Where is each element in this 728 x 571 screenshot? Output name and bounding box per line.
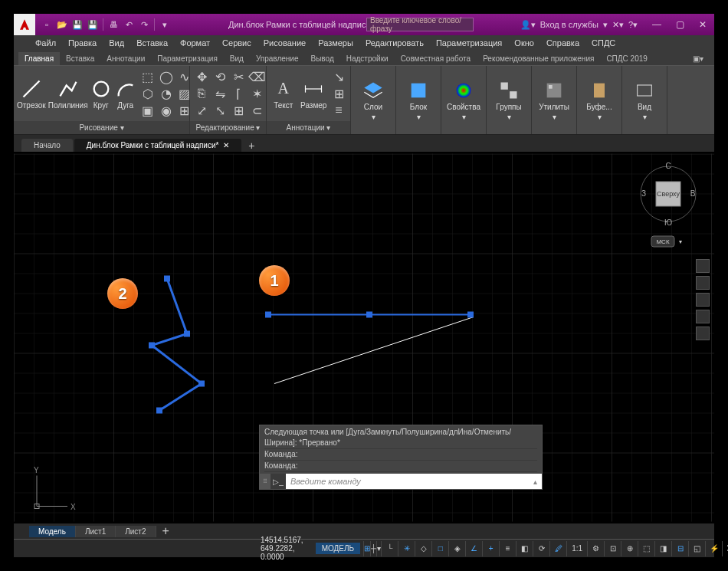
search-input[interactable]: Введите ключевое слово/фразу	[366, 18, 474, 31]
draw-small-7[interactable]: ▣	[139, 103, 156, 118]
qat-undo-icon[interactable]: ↶	[122, 18, 136, 31]
mtext-icon[interactable]: ≡	[330, 103, 347, 118]
dyn-input-icon[interactable]: +	[482, 541, 499, 556]
rotate-icon[interactable]: ⟲	[212, 69, 228, 84]
panel-draw-title[interactable]: Рисование ▾	[14, 121, 189, 134]
tab-annotate[interactable]: Аннотации	[100, 52, 151, 65]
menu-format[interactable]: Формат	[174, 37, 216, 49]
app-icon[interactable]	[14, 14, 35, 35]
layout-tab-2[interactable]: Лист2	[116, 526, 156, 537]
tab-view[interactable]: Вид	[224, 52, 250, 65]
trim-icon[interactable]: ✂	[230, 69, 247, 84]
workspace-icon[interactable]: ⊡	[604, 541, 621, 556]
qat-new-icon[interactable]: ▫	[40, 18, 54, 31]
qat-plot-icon[interactable]: 🖶	[107, 18, 120, 31]
ribbon-collapse-icon[interactable]: ▣▾	[687, 52, 710, 65]
polyline-button[interactable]: Полилиния	[49, 70, 87, 117]
isolate-icon[interactable]: ◱	[688, 541, 705, 556]
qat-save-icon[interactable]: 💾	[71, 18, 84, 31]
signin-icon[interactable]: 👤▾	[520, 20, 536, 30]
mirror-icon[interactable]: ⇋	[212, 86, 228, 101]
tab-spds[interactable]: СПДС 2019	[600, 52, 653, 65]
new-tab-button[interactable]: +	[243, 139, 260, 152]
leader-icon[interactable]: ↘	[330, 69, 347, 84]
draw-small-2[interactable]: ◯	[158, 69, 175, 84]
qat-redo-icon[interactable]: ↷	[137, 18, 151, 31]
menu-modify[interactable]: Редактировать	[359, 37, 430, 49]
help-icon[interactable]: ?▾	[628, 20, 638, 30]
block-button[interactable]: Блок▾	[399, 77, 438, 124]
nav-pan-icon[interactable]	[696, 276, 710, 290]
utils-button[interactable]: Утилиты▾	[535, 77, 573, 124]
3dosnap-icon[interactable]: ◈	[448, 541, 465, 556]
signin-link[interactable]: Вход в службы	[540, 20, 598, 29]
menu-spds[interactable]: СПДС	[585, 37, 621, 49]
tab-manage[interactable]: Управление	[250, 52, 305, 65]
transparency-icon[interactable]: ◧	[516, 541, 533, 556]
stretch-icon[interactable]: ⤢	[193, 103, 210, 118]
units-icon[interactable]: ⬚	[638, 541, 654, 556]
cycling-icon[interactable]: ⟳	[533, 541, 549, 556]
tab-param[interactable]: Параметризация	[151, 52, 224, 65]
draw-small-5[interactable]: ◔	[158, 86, 175, 101]
text-button[interactable]: AТекст	[270, 70, 297, 117]
close-tab-icon[interactable]: ✕	[223, 141, 229, 149]
menu-dims[interactable]: Размеры	[312, 37, 359, 49]
menu-file[interactable]: Файл	[29, 37, 62, 49]
draw-small-4[interactable]: ⬡	[139, 86, 156, 101]
array-icon[interactable]: ⊞	[230, 103, 247, 118]
layout-tab-1[interactable]: Лист1	[76, 526, 116, 537]
arc-button[interactable]: Дуга	[115, 70, 136, 117]
menu-help[interactable]: Справка	[540, 37, 585, 49]
qat-more-icon[interactable]: ▾	[158, 18, 172, 31]
tab-addins[interactable]: Надстройки	[340, 52, 395, 65]
panel-annot-title[interactable]: Аннотации ▾	[267, 121, 350, 134]
tab-output[interactable]: Вывод	[305, 52, 340, 65]
view-button[interactable]: Вид▾	[625, 77, 664, 124]
panel-modify-title[interactable]: Редактирование ▾	[190, 121, 266, 134]
offset-icon[interactable]: ⊂	[248, 103, 265, 118]
menu-param[interactable]: Параметризация	[430, 37, 508, 49]
ortho-icon[interactable]: └	[381, 541, 398, 556]
tab-featured[interactable]: Рекомендованные приложения	[477, 52, 600, 65]
viewcube[interactable]: Сверху С Ю В З МСК ▾	[638, 159, 699, 251]
tab-collab[interactable]: Совместная работа	[395, 52, 477, 65]
table-icon[interactable]: ⊞	[330, 86, 347, 101]
dim-button[interactable]: Размер	[300, 70, 328, 117]
circle-button[interactable]: Круг	[90, 70, 112, 117]
menu-draw[interactable]: Рисование	[257, 37, 312, 49]
command-drag-handle[interactable]: ⠿	[260, 474, 271, 489]
lock-ui-icon[interactable]: ⊟	[671, 541, 688, 556]
menu-tools[interactable]: Сервис	[216, 37, 257, 49]
line-button[interactable]: Отрезок	[17, 70, 46, 117]
copy-icon[interactable]: ⎘	[193, 86, 210, 101]
annoscale-icon[interactable]: 🖉	[549, 541, 566, 556]
osnap-icon[interactable]: □	[431, 541, 448, 556]
gear-icon[interactable]: ⚙	[587, 541, 604, 556]
coordinates-readout[interactable]: 14514.5167, 649.2282, 0.0000	[251, 536, 313, 561]
qprops-icon[interactable]: ◨	[654, 541, 671, 556]
menu-edit[interactable]: Правка	[62, 37, 103, 49]
layout-add-button[interactable]: +	[156, 523, 175, 540]
lwt-icon[interactable]: ≡	[499, 541, 516, 556]
close-button[interactable]: ✕	[691, 14, 714, 35]
polar-icon[interactable]: ✳	[398, 541, 415, 556]
doc-tab-active[interactable]: Дин.блок Рамки с таблицей надписи* ✕	[74, 139, 242, 152]
nav-orbit-icon[interactable]	[696, 310, 710, 323]
qat-saveas-icon[interactable]: 💾	[86, 18, 100, 31]
menu-view[interactable]: Вид	[103, 37, 130, 49]
exchange-icon[interactable]: ✕▾	[612, 20, 624, 30]
props-button[interactable]: Свойства▾	[444, 77, 483, 124]
drawing-canvas[interactable]: X Y 1 2	[14, 152, 714, 523]
command-expand-icon[interactable]: ▴	[528, 477, 542, 486]
annomon-icon[interactable]: ⊕	[621, 541, 638, 556]
command-input[interactable]: Введите команду	[286, 477, 528, 486]
tab-home[interactable]: Главная	[18, 52, 60, 65]
hardware-icon[interactable]: ⚡	[705, 541, 722, 556]
nav-showmotion-icon[interactable]	[696, 327, 710, 340]
menu-insert[interactable]: Вставка	[130, 37, 174, 49]
layout-tab-model[interactable]: Модель	[29, 526, 76, 537]
layers-button[interactable]: Слои▾	[354, 77, 392, 124]
minimize-button[interactable]: —	[645, 14, 668, 35]
move-icon[interactable]: ✥	[193, 69, 210, 84]
